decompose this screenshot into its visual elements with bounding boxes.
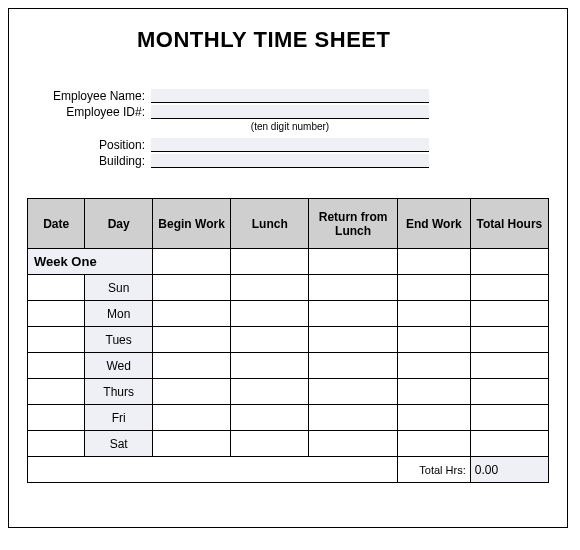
total-cell[interactable] [470, 275, 548, 301]
total-cell[interactable] [470, 327, 548, 353]
date-cell[interactable] [28, 405, 85, 431]
end-cell[interactable] [397, 327, 470, 353]
lunch-cell[interactable] [231, 327, 309, 353]
employee-id-label: Employee ID#: [41, 105, 151, 119]
end-cell[interactable] [397, 431, 470, 457]
total-cell[interactable] [470, 379, 548, 405]
table-row: Sun [28, 275, 549, 301]
empty-cell[interactable] [470, 249, 548, 275]
date-cell[interactable] [28, 353, 85, 379]
total-cell[interactable] [470, 405, 548, 431]
date-cell[interactable] [28, 327, 85, 353]
return-cell[interactable] [309, 405, 398, 431]
building-label: Building: [41, 154, 151, 168]
begin-cell[interactable] [153, 353, 231, 379]
lunch-cell[interactable] [231, 405, 309, 431]
empty-cell[interactable] [231, 249, 309, 275]
col-day: Day [85, 199, 153, 249]
table-row: Fri [28, 405, 549, 431]
end-cell[interactable] [397, 353, 470, 379]
table-row: Sat [28, 431, 549, 457]
week-row: Week One [28, 249, 549, 275]
begin-cell[interactable] [153, 379, 231, 405]
lunch-cell[interactable] [231, 301, 309, 327]
empty-cell[interactable] [309, 249, 398, 275]
table-row: Tues [28, 327, 549, 353]
return-cell[interactable] [309, 275, 398, 301]
col-total-hours: Total Hours [470, 199, 548, 249]
col-begin-work: Begin Work [153, 199, 231, 249]
begin-cell[interactable] [153, 275, 231, 301]
return-cell[interactable] [309, 431, 398, 457]
header-row: Date Day Begin Work Lunch Return from Lu… [28, 199, 549, 249]
empty-cell[interactable] [153, 249, 231, 275]
col-date: Date [28, 199, 85, 249]
lunch-cell[interactable] [231, 379, 309, 405]
footer-spacer [28, 457, 398, 483]
return-cell[interactable] [309, 301, 398, 327]
total-hours-value: 0.00 [470, 457, 548, 483]
total-cell[interactable] [470, 301, 548, 327]
return-cell[interactable] [309, 327, 398, 353]
end-cell[interactable] [397, 301, 470, 327]
date-cell[interactable] [28, 379, 85, 405]
table-row: Wed [28, 353, 549, 379]
lunch-cell[interactable] [231, 353, 309, 379]
building-field[interactable] [151, 154, 429, 168]
day-cell: Sun [85, 275, 153, 301]
employee-name-field[interactable] [151, 89, 429, 103]
lunch-cell[interactable] [231, 431, 309, 457]
return-cell[interactable] [309, 353, 398, 379]
col-end-work: End Work [397, 199, 470, 249]
empty-cell[interactable] [397, 249, 470, 275]
timesheet-table: Date Day Begin Work Lunch Return from Lu… [27, 198, 549, 483]
begin-cell[interactable] [153, 301, 231, 327]
date-cell[interactable] [28, 275, 85, 301]
begin-cell[interactable] [153, 405, 231, 431]
lunch-cell[interactable] [231, 275, 309, 301]
end-cell[interactable] [397, 275, 470, 301]
day-cell: Fri [85, 405, 153, 431]
begin-cell[interactable] [153, 327, 231, 353]
employee-info: Employee Name: Employee ID#: (ten digit … [27, 89, 549, 168]
day-cell: Sat [85, 431, 153, 457]
timesheet-document: MONTHLY TIME SHEET Employee Name: Employ… [8, 8, 568, 528]
return-cell[interactable] [309, 379, 398, 405]
begin-cell[interactable] [153, 431, 231, 457]
position-field[interactable] [151, 138, 429, 152]
day-cell: Tues [85, 327, 153, 353]
table-row: Mon [28, 301, 549, 327]
day-cell: Thurs [85, 379, 153, 405]
end-cell[interactable] [397, 379, 470, 405]
day-cell: Wed [85, 353, 153, 379]
total-cell[interactable] [470, 353, 548, 379]
position-label: Position: [41, 138, 151, 152]
date-cell[interactable] [28, 431, 85, 457]
total-cell[interactable] [470, 431, 548, 457]
col-lunch: Lunch [231, 199, 309, 249]
employee-name-label: Employee Name: [41, 89, 151, 103]
employee-id-field[interactable] [151, 105, 429, 119]
end-cell[interactable] [397, 405, 470, 431]
week-label: Week One [28, 249, 153, 275]
day-cell: Mon [85, 301, 153, 327]
employee-id-helper: (ten digit number) [41, 121, 429, 132]
total-hours-label: Total Hrs: [397, 457, 470, 483]
footer-row: Total Hrs: 0.00 [28, 457, 549, 483]
col-return-lunch: Return from Lunch [309, 199, 398, 249]
date-cell[interactable] [28, 301, 85, 327]
page-title: MONTHLY TIME SHEET [27, 27, 549, 53]
table-row: Thurs [28, 379, 549, 405]
